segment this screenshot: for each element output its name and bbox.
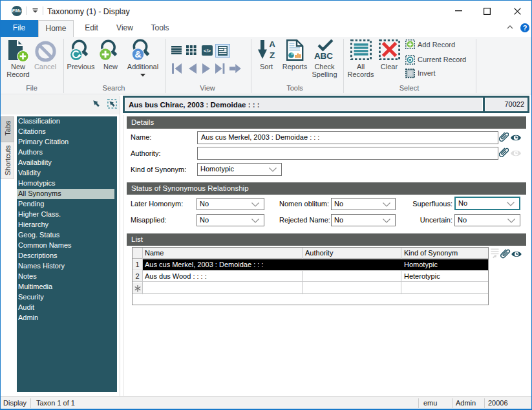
svg-text:ABC: ABC bbox=[314, 51, 333, 60]
svg-text:Z: Z bbox=[270, 50, 275, 59]
svg-text:A: A bbox=[269, 40, 275, 49]
svg-text:&: & bbox=[134, 49, 141, 59]
svg-text:</>: </> bbox=[204, 48, 211, 54]
